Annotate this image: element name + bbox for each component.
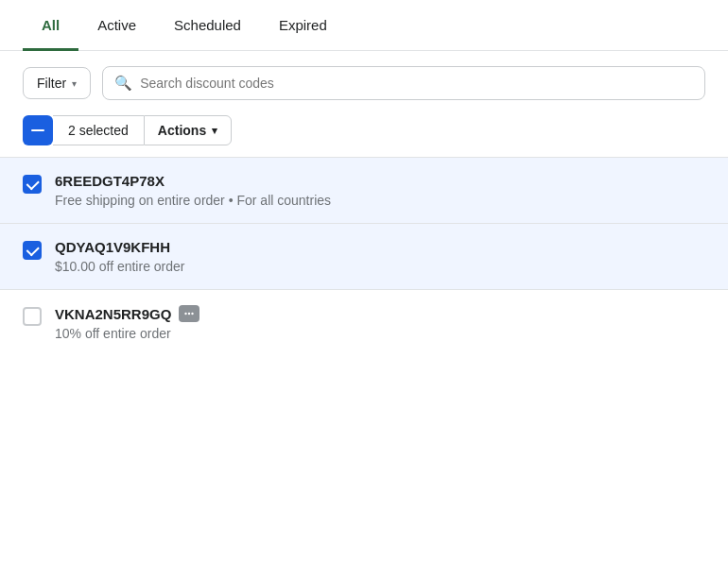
item-content-2: QDYAQ1V9KFHH $10.00 off entire order — [55, 239, 185, 274]
filter-button[interactable]: Filter ▾ — [23, 67, 91, 99]
item-desc-2: $10.00 off entire order — [55, 259, 185, 274]
checkbox-item-1[interactable] — [23, 175, 42, 194]
checkbox-item-2[interactable] — [23, 241, 42, 260]
list-item: VKNA2N5RR9GQ 10% off entire order — [0, 289, 728, 356]
tab-bar: All Active Scheduled Expired — [0, 0, 728, 51]
search-wrapper: 🔍 — [102, 66, 705, 100]
svg-point-1 — [188, 313, 190, 315]
selection-bar: 2 selected Actions ▾ — [0, 115, 728, 157]
item-desc-3: 10% off entire order — [55, 326, 199, 341]
minus-icon — [31, 129, 44, 131]
main-container: All Active Scheduled Expired Filter ▾ 🔍 … — [0, 0, 728, 563]
deselect-all-button[interactable] — [23, 115, 53, 145]
item-code-row-3: VKNA2N5RR9GQ — [55, 305, 199, 322]
svg-point-2 — [192, 313, 194, 315]
search-input[interactable] — [140, 76, 693, 91]
item-desc-1: Free shipping on entire order • For all … — [55, 193, 331, 208]
list-item: 6REEDGT4P78X Free shipping on entire ord… — [0, 157, 728, 223]
actions-button[interactable]: Actions ▾ — [144, 115, 232, 145]
filter-chevron-icon: ▾ — [72, 78, 77, 89]
filter-label: Filter — [37, 76, 66, 91]
tab-active[interactable]: Active — [78, 0, 155, 51]
tab-expired[interactable]: Expired — [260, 0, 346, 51]
selected-count-label: 2 selected — [53, 115, 144, 145]
list-item: QDYAQ1V9KFHH $10.00 off entire order — [0, 223, 728, 289]
item-code-1[interactable]: 6REEDGT4P78X — [55, 173, 331, 189]
search-icon: 🔍 — [114, 75, 132, 92]
checkbox-item-3[interactable] — [23, 307, 42, 326]
tab-scheduled[interactable]: Scheduled — [155, 0, 260, 51]
actions-label: Actions — [158, 123, 206, 138]
actions-chevron-icon: ▾ — [212, 125, 217, 137]
item-code-2[interactable]: QDYAQ1V9KFHH — [55, 239, 185, 255]
item-content-1: 6REEDGT4P78X Free shipping on entire ord… — [55, 173, 331, 208]
tab-all[interactable]: All — [23, 0, 78, 51]
comment-icon — [179, 305, 199, 322]
item-code-3[interactable]: VKNA2N5RR9GQ — [55, 306, 171, 322]
toolbar: Filter ▾ 🔍 — [0, 51, 728, 115]
svg-point-0 — [185, 313, 187, 315]
item-content-3: VKNA2N5RR9GQ 10% off entire order — [55, 305, 199, 341]
